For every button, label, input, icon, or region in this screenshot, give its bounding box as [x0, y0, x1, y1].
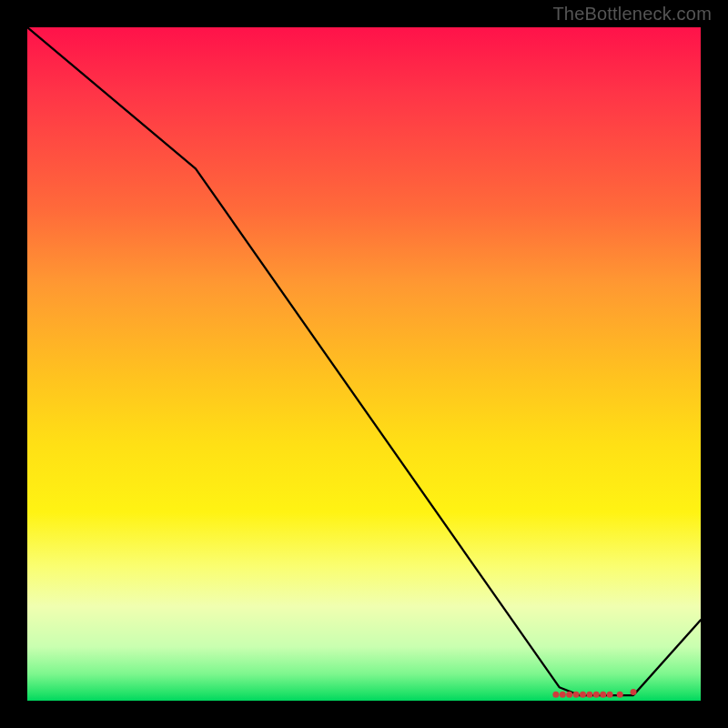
marker-dot: [580, 692, 586, 698]
watermark-label: TheBottleneck.com: [552, 4, 712, 25]
bottleneck-curve: [27, 27, 701, 695]
marker-dot: [586, 692, 592, 698]
marker-dot: [607, 692, 613, 698]
marker-dot: [566, 692, 572, 698]
chart-container: TheBottleneck.com: [0, 0, 728, 728]
marker-dot: [552, 692, 559, 698]
marker-dot: [593, 692, 600, 698]
marker-dot: [600, 692, 606, 698]
marker-dot: [631, 689, 637, 695]
marker-dot: [573, 692, 580, 698]
marker-dot: [560, 692, 566, 698]
marker-dot: [617, 692, 623, 698]
chart-svg: [27, 27, 701, 701]
